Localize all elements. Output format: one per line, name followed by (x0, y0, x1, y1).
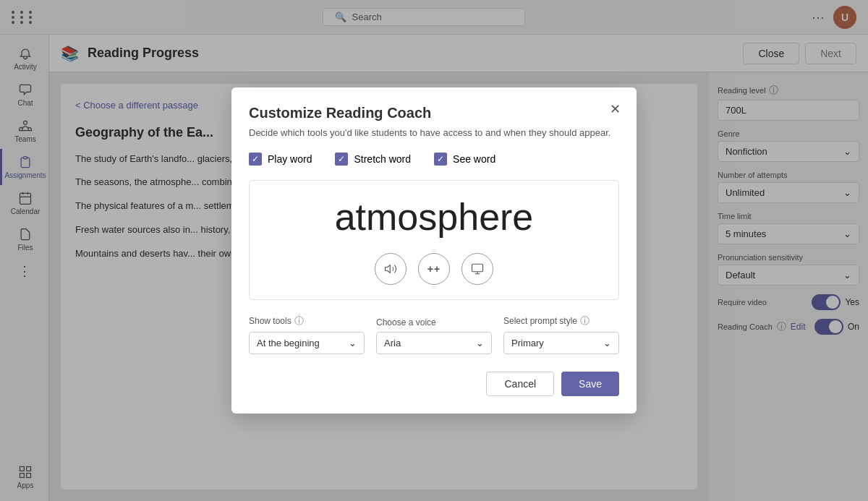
show-tools-select[interactable]: At the begining ⌄ (249, 332, 365, 354)
cancel-button[interactable]: Cancel (486, 372, 554, 396)
select-prompt-group: Select prompt style ⓘ Primary ⌄ (503, 314, 619, 354)
word-icons-row: ++ (375, 253, 493, 285)
select-prompt-label: Select prompt style ⓘ (503, 314, 619, 327)
stretch-word-box: ✓ (335, 153, 348, 166)
select-prompt-select[interactable]: Primary ⌄ (503, 332, 619, 354)
show-tools-label: Show tools ⓘ (249, 314, 365, 327)
play-word-checkbox[interactable]: ✓ Play word (249, 153, 312, 166)
see-word-label: See word (453, 153, 495, 165)
modal-close-button[interactable]: ✕ (605, 99, 625, 119)
modal-overlay: Customize Reading Coach Decide which too… (0, 0, 868, 501)
modal-subtitle: Decide which tools you'd like students t… (249, 127, 619, 138)
stretch-word-checkbox[interactable]: ✓ Stretch word (335, 153, 411, 166)
play-word-label: Play word (268, 153, 312, 165)
word-display: atmosphere (335, 195, 534, 239)
stretch-word-label: Stretch word (354, 153, 411, 165)
stretch-word-button[interactable]: ++ (418, 253, 450, 285)
save-button[interactable]: Save (561, 372, 619, 396)
see-word-checkbox[interactable]: ✓ See word (434, 153, 495, 166)
modal-customize-reading-coach: Customize Reading Coach Decide which too… (231, 87, 637, 414)
select-prompt-info-icon[interactable]: ⓘ (580, 314, 590, 327)
show-tools-group: Show tools ⓘ At the begining ⌄ (249, 314, 365, 354)
svg-rect-9 (472, 264, 483, 272)
chevron-down-icon: ⌄ (349, 338, 357, 348)
svg-marker-8 (386, 265, 391, 273)
checkboxes-row: ✓ Play word ✓ Stretch word ✓ See word (249, 153, 619, 166)
choose-voice-group: Choose a voice Aria ⌄ (376, 317, 492, 354)
play-word-button[interactable] (375, 253, 407, 285)
play-word-box: ✓ (249, 153, 262, 166)
see-word-button[interactable] (461, 253, 493, 285)
chevron-down-icon: ⌄ (603, 338, 611, 348)
choose-voice-label: Choose a voice (376, 317, 492, 327)
show-tools-info-icon[interactable]: ⓘ (294, 314, 304, 327)
modal-title: Customize Reading Coach (249, 105, 619, 121)
modal-footer: Cancel Save (249, 372, 619, 396)
word-preview-box: atmosphere ++ (249, 180, 619, 300)
chevron-down-icon: ⌄ (476, 338, 484, 348)
see-word-box: ✓ (434, 153, 447, 166)
choose-voice-select[interactable]: Aria ⌄ (376, 332, 492, 354)
options-row: Show tools ⓘ At the begining ⌄ Choose a … (249, 314, 619, 354)
